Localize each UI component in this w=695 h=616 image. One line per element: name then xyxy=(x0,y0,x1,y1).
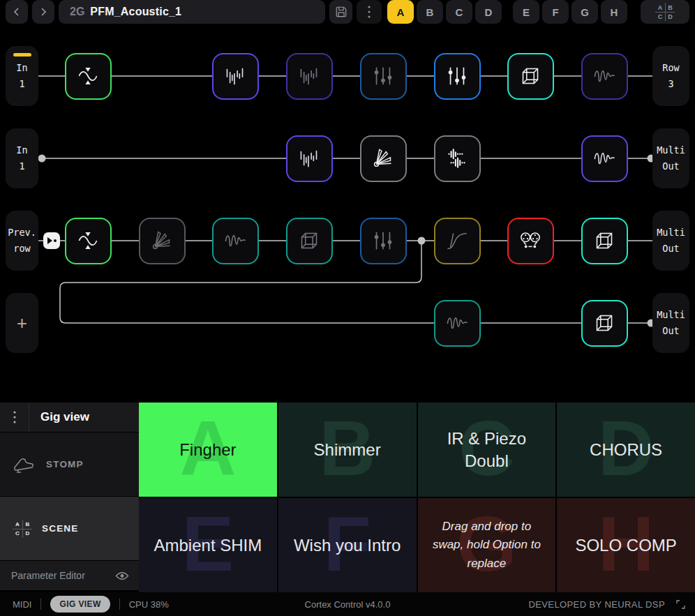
device-cab[interactable] xyxy=(286,218,333,264)
device-spring[interactable] xyxy=(360,135,407,182)
preset-slots: ABCDEFGH xyxy=(387,0,627,24)
row-output-block[interactable]: MultiOut xyxy=(652,128,689,188)
scene-name: SOLO COMP xyxy=(575,534,676,556)
scene-B[interactable]: BShimmer xyxy=(278,403,417,497)
device-looper[interactable] xyxy=(507,218,554,264)
bank-letter: C xyxy=(13,529,22,538)
gig-menu-button[interactable] xyxy=(0,403,29,432)
bank-letter: C xyxy=(655,12,665,21)
scene-name: Shimmer xyxy=(314,439,381,460)
save-icon xyxy=(335,6,348,18)
scene-C[interactable]: CIR & Piezo Doubl xyxy=(418,403,556,497)
preset-slot-E[interactable]: E xyxy=(513,0,539,24)
scene-E[interactable]: EAmbient SHIM xyxy=(139,498,277,592)
preset-slot-H[interactable]: H xyxy=(601,0,627,24)
device-compressor[interactable] xyxy=(434,218,481,264)
row-input-block[interactable]: In1 xyxy=(6,46,38,106)
prev-row-input-badge xyxy=(43,232,60,249)
gig-header: Gig view xyxy=(0,403,139,433)
stomp-footswitch-icon xyxy=(13,456,36,474)
chevron-right-icon xyxy=(38,7,48,17)
scene-name: Fingher xyxy=(179,439,236,460)
gig-view-toggle[interactable]: GIG VIEW xyxy=(50,596,110,613)
preset-slot-D[interactable]: D xyxy=(475,0,502,24)
bank-letter: D xyxy=(665,12,675,21)
scene-abcd-icon: ABCD xyxy=(13,520,32,538)
scene-name: IR & Piezo Doubl xyxy=(431,428,544,471)
scene-D[interactable]: DCHORUS xyxy=(557,403,695,497)
device-eq[interactable] xyxy=(286,135,333,182)
cortex-control-window: 2G PFM_Acoustic_1 ABCDEFGH ABCD In1Row3I… xyxy=(0,0,695,616)
device-modulation[interactable] xyxy=(212,218,259,264)
add-row-button[interactable]: + xyxy=(6,293,38,353)
device-gate[interactable] xyxy=(65,218,112,264)
scene-name: Ambient SHIM xyxy=(154,534,262,556)
resize-window-icon[interactable] xyxy=(676,600,685,609)
device-eq[interactable] xyxy=(212,53,259,100)
divider xyxy=(119,599,120,610)
gig-sidebar: Gig view STOMP ABCD SCENE Parameter Edit… xyxy=(0,403,139,592)
device-cab[interactable] xyxy=(507,53,554,100)
forward-button[interactable] xyxy=(32,0,54,24)
device-mixer[interactable] xyxy=(360,53,407,100)
preset-slot-G[interactable]: G xyxy=(571,0,598,24)
row-output-block[interactable]: Row3 xyxy=(652,46,689,106)
preset-slot-F[interactable]: F xyxy=(542,0,569,24)
row-input-block[interactable]: Prev.row xyxy=(6,211,38,271)
active-input-indicator xyxy=(13,53,31,57)
divider xyxy=(40,599,41,610)
device-mixer[interactable] xyxy=(434,53,481,100)
device-mixer[interactable] xyxy=(360,218,407,264)
preset-slot-B[interactable]: B xyxy=(417,0,443,24)
dot-icon xyxy=(54,239,57,242)
sidebar-item-stomp[interactable]: STOMP xyxy=(0,433,139,497)
bank-letter: A xyxy=(13,520,22,529)
device-modulation[interactable] xyxy=(434,300,481,347)
device-cab[interactable] xyxy=(581,300,628,347)
top-bar: 2G PFM_Acoustic_1 ABCDEFGH ABCD xyxy=(0,0,695,24)
device-granular[interactable] xyxy=(434,135,481,182)
preset-slot-C[interactable]: C xyxy=(446,0,472,24)
abcd-grid-icon: ABCD xyxy=(655,3,675,21)
device-gate[interactable] xyxy=(65,53,112,100)
device-spring[interactable] xyxy=(139,218,186,264)
bank-letter: D xyxy=(22,529,32,538)
preset-title[interactable]: 2G PFM_Acoustic_1 xyxy=(59,0,325,24)
scene-bank-button[interactable]: ABCD xyxy=(641,0,689,24)
parameter-editor-toggle[interactable]: Parameter Editor xyxy=(0,561,139,590)
device-reverb[interactable] xyxy=(581,53,628,100)
preset-slot-id: 2G xyxy=(70,6,84,18)
scene-H[interactable]: HSOLO COMP xyxy=(557,498,695,592)
bank-letter: B xyxy=(22,520,32,529)
scene-A[interactable]: AFingher xyxy=(139,403,277,497)
scene-name: CHORUS xyxy=(590,439,662,460)
device-cab[interactable] xyxy=(581,218,628,264)
gig-view-panel: Gig view STOMP ABCD SCENE Parameter Edit… xyxy=(0,403,695,592)
back-button[interactable] xyxy=(6,0,28,24)
device-reverb[interactable] xyxy=(581,135,628,182)
bank-letter: B xyxy=(665,3,675,12)
row-input-block[interactable]: In1 xyxy=(6,128,38,188)
parameter-editor-label: Parameter Editor xyxy=(11,570,85,581)
sidebar-item-scene[interactable]: ABCD SCENE xyxy=(0,497,139,561)
preset-menu-button[interactable] xyxy=(357,0,382,24)
scene-F[interactable]: FWish you Intro xyxy=(278,498,417,592)
scene-G[interactable]: GDrag and drop to swap, hold Option to r… xyxy=(418,498,556,592)
kebab-menu-icon xyxy=(368,6,371,18)
save-button[interactable] xyxy=(329,0,352,24)
routing-grid: In1Row3In1MultiOutPrev.rowMultiOut+Multi… xyxy=(0,24,695,403)
midi-label[interactable]: MIDI xyxy=(13,599,31,610)
row-output-block[interactable]: MultiOut xyxy=(652,293,689,353)
scene-grid: AFingherBShimmerCIR & Piezo DoublDCHORUS… xyxy=(139,403,695,592)
row-output-block[interactable]: MultiOut xyxy=(652,211,689,271)
connector-dot xyxy=(418,237,426,245)
chevron-left-icon xyxy=(12,7,22,17)
preset-name: PFM_Acoustic_1 xyxy=(90,6,181,18)
bank-letter: A xyxy=(655,3,665,12)
scene-name: Wish you Intro xyxy=(294,534,401,556)
status-bar: MIDI GIG VIEW CPU 38% Cortex Control v4.… xyxy=(0,592,695,616)
cpu-usage: CPU 38% xyxy=(129,599,169,610)
preset-slot-A[interactable]: A xyxy=(387,0,414,24)
device-eq[interactable] xyxy=(286,53,333,100)
eye-icon xyxy=(115,571,129,580)
